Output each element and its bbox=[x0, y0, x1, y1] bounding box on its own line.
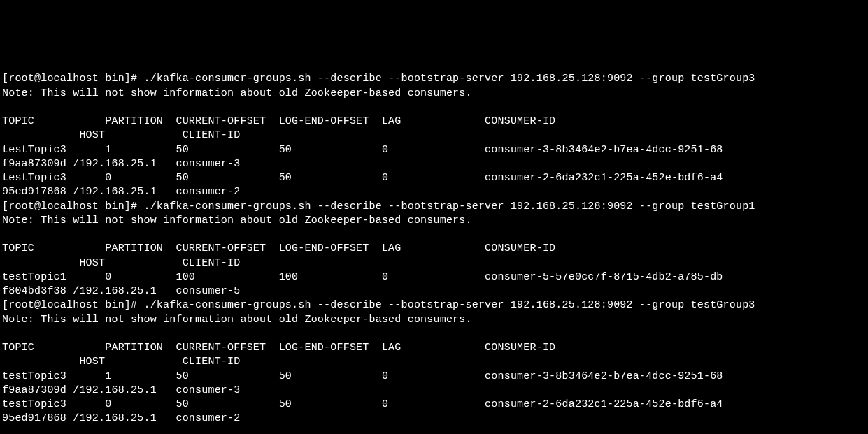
command-line-0[interactable]: [root@localhost bin]# ./kafka-consumer-g… bbox=[2, 73, 755, 85]
terminal-output[interactable]: [root@localhost bin]# ./kafka-consumer-g… bbox=[0, 71, 868, 427]
header-line1-0: TOPIC PARTITION CURRENT-OFFSET LOG-END-O… bbox=[2, 115, 555, 127]
row-0-0-line2: f9aa87309d /192.168.25.1 consumer-3 bbox=[2, 158, 240, 170]
command-line-2[interactable]: [root@localhost bin]# ./kafka-consumer-g… bbox=[2, 299, 755, 311]
row-2-1-line2: 95ed917868 /192.168.25.1 consumer-2 bbox=[2, 412, 240, 424]
note-line-0: Note: This will not show information abo… bbox=[2, 87, 472, 99]
header-line2-2: HOST CLIENT-ID bbox=[2, 356, 240, 368]
row-2-0-line2: f9aa87309d /192.168.25.1 consumer-3 bbox=[2, 384, 240, 396]
note-line-2: Note: This will not show information abo… bbox=[2, 314, 472, 326]
row-0-1-line1: testTopic3 0 50 50 0 consumer-2-6da232c1… bbox=[2, 172, 723, 184]
row-2-1-line1: testTopic3 0 50 50 0 consumer-2-6da232c1… bbox=[2, 398, 723, 410]
note-line-1: Note: This will not show information abo… bbox=[2, 215, 472, 226]
row-0-0-line1: testTopic3 1 50 50 0 consumer-3-8b3464e2… bbox=[2, 144, 723, 156]
row-1-0-line2: f804bd3f38 /192.168.25.1 consumer-5 bbox=[2, 285, 240, 297]
row-0-1-line2: 95ed917868 /192.168.25.1 consumer-2 bbox=[2, 186, 240, 198]
command-line-1[interactable]: [root@localhost bin]# ./kafka-consumer-g… bbox=[2, 201, 755, 212]
header-line1-1: TOPIC PARTITION CURRENT-OFFSET LOG-END-O… bbox=[2, 243, 555, 254]
header-line1-2: TOPIC PARTITION CURRENT-OFFSET LOG-END-O… bbox=[2, 342, 555, 354]
row-1-0-line1: testTopic1 0 100 100 0 consumer-5-57e0cc… bbox=[2, 271, 723, 283]
header-line2-0: HOST CLIENT-ID bbox=[2, 129, 240, 141]
header-line2-1: HOST CLIENT-ID bbox=[2, 257, 240, 269]
row-2-0-line1: testTopic3 1 50 50 0 consumer-3-8b3464e2… bbox=[2, 370, 723, 382]
